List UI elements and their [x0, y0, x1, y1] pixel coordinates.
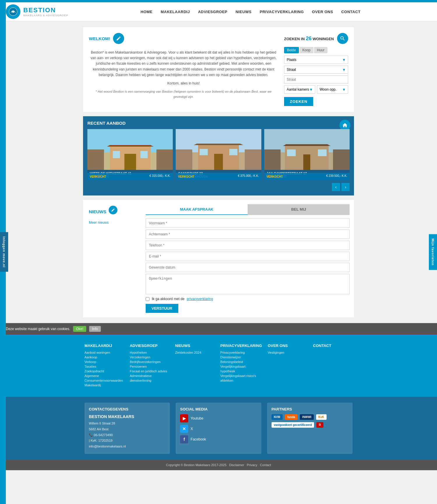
footer-link[interactable]: Vergelijkingskaart risico's — [220, 374, 262, 378]
voornaam-input[interactable] — [146, 218, 350, 228]
footer-link[interactable]: Pensioenen — [130, 365, 169, 368]
property-price: € 315.000,- K.K. — [149, 174, 170, 177]
property-image — [87, 129, 173, 170]
social-item-twitter: ✕ X — [180, 425, 257, 433]
nav-home[interactable]: HOME — [141, 10, 153, 14]
footer-link[interactable]: Aanbod woningen — [84, 351, 124, 354]
rooms-select[interactable]: Aantal kamers — [284, 85, 315, 94]
plaats-select[interactable]: Plaats — [284, 56, 348, 64]
nav-contact[interactable]: CONTACT — [341, 10, 360, 14]
footer-link[interactable]: Dienstenwijzer — [220, 355, 262, 359]
cookie-ok-button[interactable]: Oke! — [73, 326, 86, 332]
contact-box-details: Willem II Straat 28 5682 AH Best 📞 06-54… — [89, 421, 165, 450]
footer-col-title: OVER ONS — [268, 343, 307, 348]
straat-dropdown-wrapper: Straat ▼ — [284, 66, 348, 74]
footer-link[interactable]: Bedrijfsverzekeringen — [130, 360, 169, 364]
footer-col-makelaardij: MAKELAARDIJ Aanbod woningen Aankoop Verk… — [84, 343, 124, 388]
opmerkingen-textarea[interactable] — [146, 274, 350, 294]
next-arrow[interactable]: › — [341, 183, 350, 191]
nav-privacy[interactable]: PRIVACYVERKLARING — [260, 10, 304, 14]
nav-adviesgroep[interactable]: ADVIESGROEP — [198, 10, 228, 14]
telefoon-input[interactable] — [146, 241, 350, 250]
contact-box-company: BESTION MAKELAARS — [89, 414, 165, 419]
footer-link[interactable]: Verkoop — [84, 360, 124, 364]
property-overlay: VERKOCHT € 239.500,- K.K. — [264, 173, 350, 180]
footer-link[interactable]: Consumentenvoorwaarden — [84, 379, 124, 382]
straat-select[interactable]: Straat — [284, 66, 348, 74]
nav-over-ons[interactable]: OVER ONS — [312, 10, 333, 14]
youtube-label: Youtube — [191, 416, 203, 420]
welcome-para-3: * Het woord Bestion is een samenvoeging … — [89, 89, 278, 99]
footer-link[interactable]: Beloningsbeleid — [220, 360, 262, 364]
logo-text: BESTION MAKELAARS & ADVIESGROEP — [23, 6, 68, 17]
footer-link[interactable]: Makelaardij — [84, 383, 124, 387]
verstuur-button[interactable]: VERSTUUR — [146, 304, 178, 313]
footer-link[interactable]: Administratieve — [130, 374, 169, 378]
cookie-banner: Deze website maakt gebruik van cookies. … — [0, 323, 437, 335]
privacy-footer-link[interactable]: Privacy — [247, 463, 257, 467]
property-status: VERKOCHT — [178, 175, 194, 178]
contact-kvk: | KvK: 17202519 — [89, 439, 112, 442]
datum-input[interactable] — [146, 263, 350, 272]
footer-col-nieuws: NIEUWS Ziektekosten 2024 — [175, 343, 214, 388]
tab-maak-afspraak[interactable]: MAAK AFSPRAAK — [146, 204, 248, 215]
achternaam-input[interactable] — [146, 230, 350, 239]
partner-r: R — [316, 422, 323, 428]
filter-tab-koop[interactable]: Koop — [299, 47, 313, 53]
news-title: NIEUWS — [89, 206, 135, 217]
footer-link[interactable]: Aankoop — [84, 355, 124, 359]
email-input[interactable] — [146, 252, 350, 261]
footer-link[interactable]: Taxaties — [84, 365, 124, 368]
welcome-edit-icon[interactable] — [113, 33, 124, 44]
prev-arrow[interactable]: ‹ — [332, 183, 340, 191]
svg-rect-16 — [229, 149, 237, 155]
recent-title: RECENT AANBOD — [87, 121, 350, 126]
nav-nieuws[interactable]: NIEUWS — [235, 10, 251, 14]
footer-col-title: CONTACT — [313, 343, 353, 348]
footer-link[interactable]: Ziektekosten 2024 — [175, 351, 214, 354]
partner-kvk: KvK — [316, 414, 327, 420]
property-card[interactable]: VERKOCHT € 315.000,- K.K. WITTE DE WITHS… — [87, 129, 173, 180]
footer-link[interactable]: Algemene — [84, 374, 124, 378]
footer-partners-box: PARTNERS NVM funda INWWI KvK vastgoedcer… — [267, 403, 353, 454]
straat-input[interactable] — [284, 75, 348, 84]
login-sidebar[interactable]: Inloggen move.nl — [0, 232, 8, 272]
news-section: NIEUWS Meer nieuws — [83, 200, 141, 317]
zoeken-button[interactable]: ZOEKEN — [284, 97, 313, 106]
property-card[interactable]: VERKOCHT € 375.000,- K.K. CANNESHOF 23 5… — [176, 129, 261, 180]
tab-bel-mij[interactable]: BEL MIJ — [248, 204, 350, 215]
footer-link[interactable]: Verzekeringen — [130, 355, 169, 359]
filter-tab-beide[interactable]: Beide — [284, 47, 299, 53]
svg-rect-24 — [318, 149, 327, 156]
footer-link[interactable]: Zoekopdracht — [84, 369, 124, 373]
disclaimer-link[interactable]: Disclaimer — [229, 463, 244, 467]
area-select[interactable]: Woon opp. — [317, 85, 348, 94]
meer-nieuws-link[interactable]: Meer nieuws — [89, 221, 109, 225]
footer-social-box: SOCIAL MEDIA ▶ Youtube ✕ X f Facebook — [176, 403, 261, 454]
svg-rect-9 — [104, 129, 156, 145]
property-image — [264, 129, 350, 170]
favorites-sidebar[interactable]: Mijn favorieten — [429, 234, 437, 270]
privacy-checkbox[interactable] — [146, 297, 149, 301]
footer-link[interactable]: Fiscaal en juridisch advies — [130, 369, 169, 373]
footer-link[interactable]: Hypotheken — [130, 351, 169, 354]
search-section: ZOEKEN IN 26 WONINGEN Beide Koop Huur Pl… — [284, 33, 348, 106]
cookie-info-button[interactable]: Info — [89, 326, 101, 332]
partner-vg: vastgoedcert gecertificeerd — [272, 422, 314, 428]
contact-footer-link[interactable]: Contact — [260, 463, 271, 467]
filter-tab-huur[interactable]: Huur — [314, 47, 327, 53]
footer-link[interactable]: dienstverlening — [130, 379, 169, 382]
footer-link[interactable]: Vestigingen — [268, 351, 307, 354]
footer-link[interactable]: afdekken — [220, 379, 262, 382]
footer-link[interactable]: Vergelijkingskaart — [220, 365, 262, 368]
contact-email[interactable]: info@bestionmakelaars.nl — [89, 445, 126, 448]
nav-makelaardij[interactable]: MAKELAARDIJ — [161, 10, 190, 14]
footer-link[interactable]: Privacyverklaring — [220, 351, 262, 354]
footer-col-title: ADVIESGROEP — [130, 343, 169, 348]
partner-nvm: NVM — [272, 414, 283, 420]
privacy-link[interactable]: privacyverklaring — [187, 297, 213, 301]
news-edit-icon[interactable] — [109, 206, 117, 214]
footer-link[interactable]: hypotheek — [220, 369, 262, 373]
property-card[interactable]: VERKOCHT € 239.500,- K.K. JAN CAMPERTSTR… — [264, 129, 350, 180]
search-icon-button[interactable] — [337, 33, 348, 44]
